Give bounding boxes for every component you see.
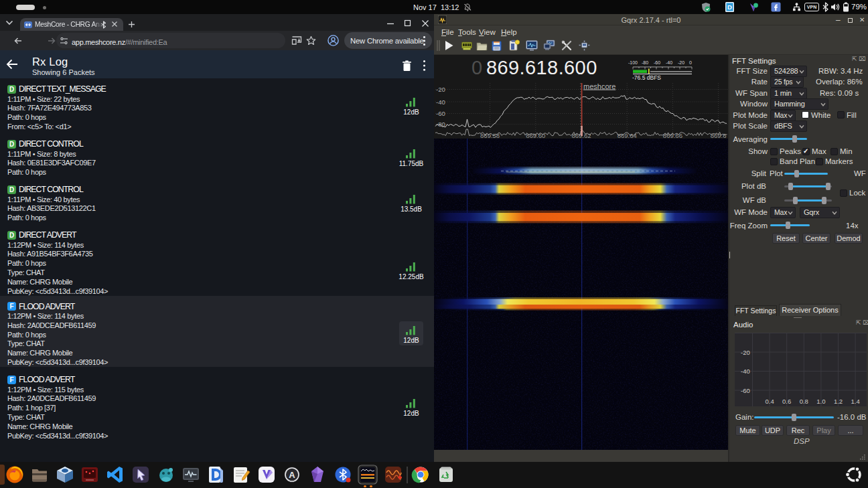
svg-text:0.4: 0.4 bbox=[765, 398, 774, 405]
svg-text:0: 0 bbox=[689, 60, 692, 65]
svg-text:1.2: 1.2 bbox=[834, 398, 843, 405]
svg-text:-76.5 dBFS: -76.5 dBFS bbox=[632, 74, 661, 80]
svg-text:-40: -40 bbox=[666, 60, 672, 65]
svg-text:-20: -20 bbox=[678, 60, 684, 65]
svg-text:869.6: 869.6 bbox=[711, 132, 727, 139]
svg-text:-80: -80 bbox=[642, 60, 648, 65]
svg-text:1.0: 1.0 bbox=[816, 398, 825, 405]
svg-text:-40: -40 bbox=[741, 368, 750, 375]
svg-text:D: D bbox=[727, 3, 732, 11]
svg-text:-60: -60 bbox=[436, 110, 445, 117]
svg-text:meshcore: meshcore bbox=[583, 82, 616, 90]
svg-text:-60: -60 bbox=[654, 60, 660, 65]
svg-text:-60: -60 bbox=[741, 387, 750, 394]
svg-text:0.6: 0.6 bbox=[782, 398, 791, 405]
svg-text:A: A bbox=[289, 470, 295, 480]
svg-text:-100: -100 bbox=[628, 60, 638, 65]
svg-text:0.8: 0.8 bbox=[800, 398, 808, 405]
svg-text:869.66: 869.66 bbox=[663, 132, 682, 139]
svg-text:-20: -20 bbox=[436, 86, 445, 93]
svg-text:1.4: 1.4 bbox=[851, 398, 859, 405]
svg-text:-20: -20 bbox=[741, 349, 750, 356]
svg-text:-40: -40 bbox=[436, 98, 445, 106]
